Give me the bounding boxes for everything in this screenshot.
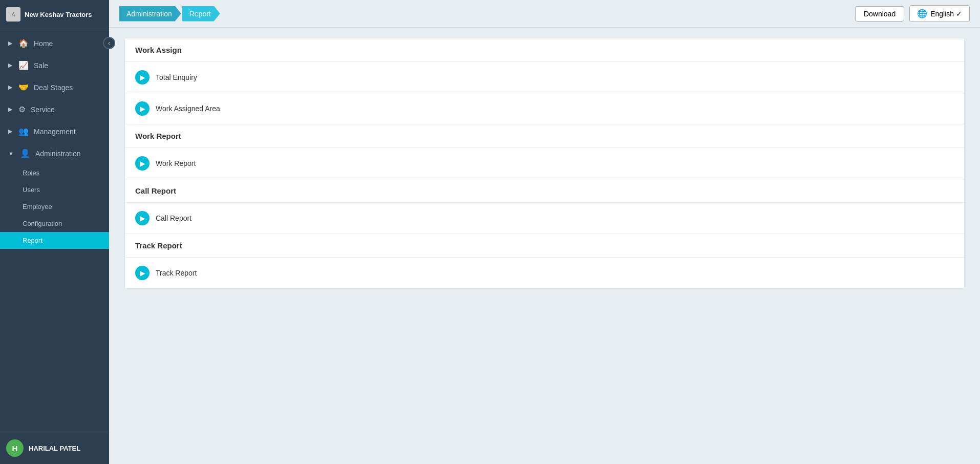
content-area: Work Assign▶Total Enquiry▶Work Assigned … [109, 28, 980, 464]
sidebar-item-configuration-label: Configuration [23, 220, 62, 227]
sidebar-item-management-label: Management [34, 128, 76, 136]
sidebar-item-users[interactable]: Users [0, 181, 109, 198]
sidebar-item-home[interactable]: ▶ 🏠 Home [0, 32, 109, 54]
arrow-circle-icon: ▶ [135, 266, 150, 280]
globe-icon: 🌐 [917, 9, 927, 18]
sidebar-item-administration-label: Administration [35, 150, 81, 158]
report-item-call-report-label: Call Report [156, 214, 191, 222]
topbar: Administration Report Download 🌐 English… [109, 0, 980, 28]
sidebar-item-employee-label: Employee [23, 203, 52, 210]
chevron-right-icon: ▶ [8, 106, 12, 113]
sidebar-item-report-label: Report [23, 237, 42, 244]
chevron-right-icon: ▶ [8, 62, 12, 69]
language-label: English ✓ [930, 10, 962, 18]
management-icon: 👥 [18, 126, 29, 136]
sidebar-item-employee[interactable]: Employee [0, 198, 109, 215]
nav-menu: ▶ 🏠 Home ▶ 📈 Sale ▶ 🤝 Deal Stages ▶ ⚙ Se… [0, 29, 109, 432]
section-header-work-assign: Work Assign [125, 38, 964, 62]
section-header-work-report: Work Report [125, 124, 964, 148]
sidebar-item-sale-label: Sale [34, 61, 48, 70]
report-item-call-report[interactable]: ▶Call Report [125, 203, 964, 234]
chevron-right-icon: ▶ [8, 84, 12, 91]
sidebar-item-roles[interactable]: Roles [0, 164, 109, 181]
arrow-circle-icon: ▶ [135, 70, 150, 85]
administration-subitems: Roles Users Employee Configuration Repor… [0, 164, 109, 249]
arrow-circle-icon: ▶ [135, 211, 150, 225]
sidebar-item-administration[interactable]: ▼ 👤 Administration [0, 142, 109, 164]
agency-logo-icon: A [6, 7, 20, 22]
language-selector[interactable]: 🌐 English ✓ [909, 5, 970, 22]
deal-stages-icon: 🤝 [18, 82, 29, 92]
sidebar-item-deal-stages[interactable]: ▶ 🤝 Deal Stages [0, 76, 109, 98]
breadcrumb-administration-label: Administration [126, 10, 172, 18]
administration-icon: 👤 [20, 149, 30, 158]
sidebar-item-sale[interactable]: ▶ 📈 Sale [0, 54, 109, 76]
sidebar-item-configuration[interactable]: Configuration [0, 215, 109, 232]
user-name: HARILAL PATEL [29, 445, 80, 452]
sidebar-item-roles-label: Roles [23, 169, 39, 177]
sidebar-footer: H HARILAL PATEL [0, 432, 109, 464]
chevron-right-icon: ▶ [8, 128, 12, 135]
arrow-circle-icon: ▶ [135, 101, 150, 116]
avatar: H [6, 439, 24, 457]
report-item-total-enquiry-label: Total Enquiry [156, 73, 197, 81]
report-item-track-report-label: Track Report [156, 269, 197, 277]
sidebar-item-management[interactable]: ▶ 👥 Management [0, 120, 109, 142]
sidebar-item-users-label: Users [23, 186, 40, 194]
sidebar-toggle-button[interactable]: ‹ [103, 37, 115, 49]
report-item-total-enquiry[interactable]: ▶Total Enquiry [125, 62, 964, 93]
report-item-work-report-label: Work Report [156, 159, 196, 167]
report-item-track-report[interactable]: ▶Track Report [125, 258, 964, 288]
arrow-circle-icon: ▶ [135, 156, 150, 171]
chevron-right-icon: ▶ [8, 40, 12, 47]
report-item-work-report[interactable]: ▶Work Report [125, 148, 964, 179]
service-icon: ⚙ [18, 104, 26, 114]
breadcrumb-administration[interactable]: Administration [119, 6, 181, 22]
app-title: New Keshav Tractors [25, 11, 92, 18]
section-header-track-report: Track Report [125, 234, 964, 258]
report-item-work-assigned-area-label: Work Assigned Area [156, 104, 220, 113]
home-icon: 🏠 [18, 38, 29, 48]
main-content: Administration Report Download 🌐 English… [109, 0, 980, 464]
breadcrumb: Administration Report [119, 6, 221, 22]
sale-icon: 📈 [18, 60, 29, 70]
breadcrumb-report[interactable]: Report [182, 6, 220, 22]
sidebar: A New Keshav Tractors ‹ ▶ 🏠 Home ▶ 📈 Sal… [0, 0, 109, 464]
sidebar-logo: A New Keshav Tractors [0, 0, 109, 29]
report-card: Work Assign▶Total Enquiry▶Work Assigned … [124, 38, 965, 289]
sidebar-item-service[interactable]: ▶ ⚙ Service [0, 98, 109, 120]
sidebar-item-service-label: Service [31, 106, 55, 114]
avatar-letter: H [12, 444, 18, 453]
download-button[interactable]: Download [855, 6, 904, 22]
report-item-work-assigned-area[interactable]: ▶Work Assigned Area [125, 93, 964, 124]
sidebar-item-deal-stages-label: Deal Stages [34, 83, 73, 92]
sidebar-item-home-label: Home [34, 39, 53, 48]
sidebar-item-report[interactable]: Report [0, 232, 109, 249]
topbar-actions: Download 🌐 English ✓ [855, 5, 970, 22]
section-header-call-report: Call Report [125, 179, 964, 203]
chevron-down-icon: ▼ [8, 151, 14, 157]
breadcrumb-report-label: Report [189, 10, 211, 18]
